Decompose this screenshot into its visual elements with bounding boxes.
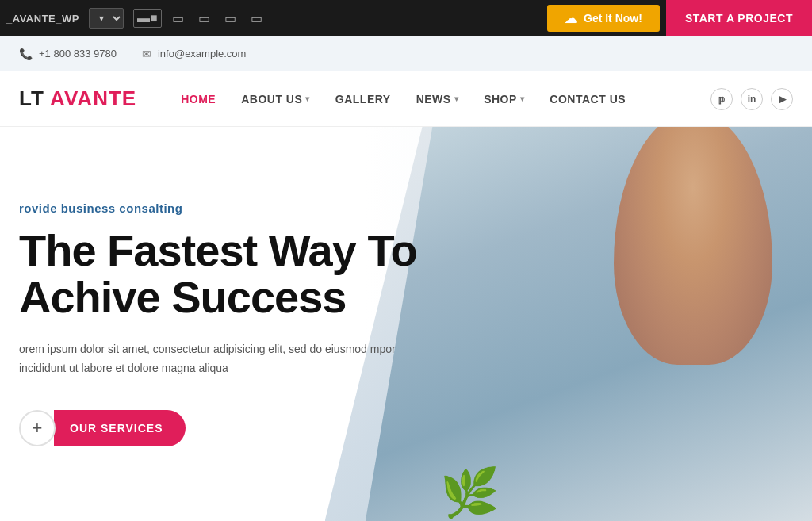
chevron-down-icon: ▾ [520,71,525,127]
nav-home[interactable]: HOME [168,71,228,127]
logo-avante: AVANTE [50,86,136,110]
hero-title: The Fastest Way To Achive Success [19,228,417,321]
desktop-icon[interactable]: ▬■ [133,9,162,28]
logo: LT AVANTE [19,86,136,111]
email-contact: ✉ info@example.com [142,48,246,60]
cloud-icon: ☁ [565,11,577,26]
nav-shop[interactable]: SHOP ▾ [471,71,537,127]
admin-bar-dropdown[interactable]: ▾ [89,8,124,29]
nav-about-us[interactable]: ABOUT US ▾ [228,71,323,127]
contact-bar: 📞 +1 800 833 9780 ✉ info@example.com [0,36,812,71]
nav-news[interactable]: NEWS ▾ [404,71,472,127]
admin-bar-title: _AVANTE_WP [6,13,79,25]
nav-links: HOME ABOUT US ▾ GALLERY NEWS ▾ SHOP ▾ CO… [168,71,710,127]
phone-number: +1 800 833 9780 [39,48,117,59]
admin-bar-left: _AVANTE_WP ▾ ▬■ ▭ ▭ ▭ ▭ [6,8,266,29]
email-icon: ✉ [142,48,151,60]
hero-content: rovide business consalting The Fastest W… [0,201,436,446]
phone-icon: 📞 [19,48,33,60]
chevron-down-icon: ▾ [305,71,310,127]
small-mobile-icon[interactable]: ▭ [247,9,266,29]
nav-bar: LT AVANTE HOME ABOUT US ▾ GALLERY NEWS ▾… [0,71,812,127]
get-it-now-button[interactable]: ☁ Get It Now! [547,5,660,32]
hero-title-line2: Achive Success [19,272,346,322]
linkedin-icon[interactable]: in [741,88,763,110]
hero-description: orem ipsum dolor sit amet, consectetur a… [19,340,400,378]
hero-cta: + OUR SERVICES [19,410,417,446]
nav-gallery[interactable]: GALLERY [323,71,404,127]
device-icons: ▬■ ▭ ▭ ▭ ▭ [133,9,266,29]
nav-contact-us[interactable]: CONTACT US [537,71,638,127]
chevron-down-icon: ▾ [454,71,459,127]
hero-title-line1: The Fastest Way To [19,225,417,275]
tablet-portrait-icon[interactable]: ▭ [194,9,214,29]
mobile-icon[interactable]: ▭ [220,9,240,29]
hero-subtitle: rovide business consalting [19,201,417,215]
cta-plus-button[interactable]: + [19,410,56,446]
logo-lt: LT [19,86,44,110]
tablet-landscape-icon[interactable]: ▭ [168,9,188,29]
youtube-icon[interactable]: ▶ [771,88,793,110]
hero-section: rovide business consalting The Fastest W… [0,127,812,521]
admin-bar-right: ☁ Get It Now! START A PROJECT [541,0,812,36]
pinterest-icon[interactable]: 𝕡 [710,88,733,110]
email-address: info@example.com [158,48,246,59]
phone-contact: 📞 +1 800 833 9780 [19,48,117,60]
admin-bar: _AVANTE_WP ▾ ▬■ ▭ ▭ ▭ ▭ ☁ Get It Now! ST… [0,0,812,36]
hero-plant-decoration [440,426,504,521]
nav-social: 𝕡 in ▶ [710,88,793,110]
start-project-button[interactable]: START A PROJECT [666,0,812,36]
get-it-now-label: Get It Now! [584,12,642,25]
our-services-button[interactable]: OUR SERVICES [54,410,186,446]
